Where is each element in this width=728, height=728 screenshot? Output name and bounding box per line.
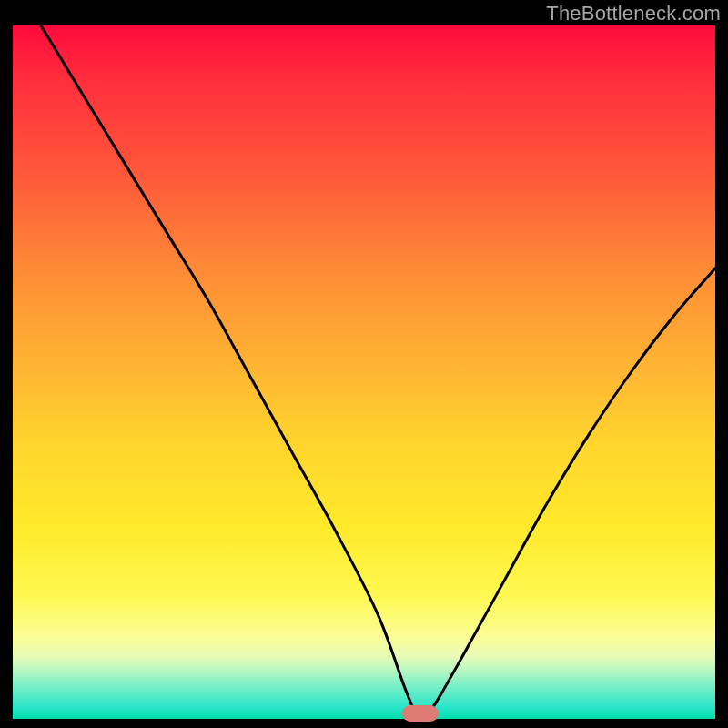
chart-line (13, 25, 715, 719)
chart-frame (13, 25, 715, 719)
optimal-point-marker (402, 705, 439, 722)
watermark-text: TheBottleneck.com (546, 2, 721, 25)
bottleneck-curve-path (41, 25, 715, 719)
